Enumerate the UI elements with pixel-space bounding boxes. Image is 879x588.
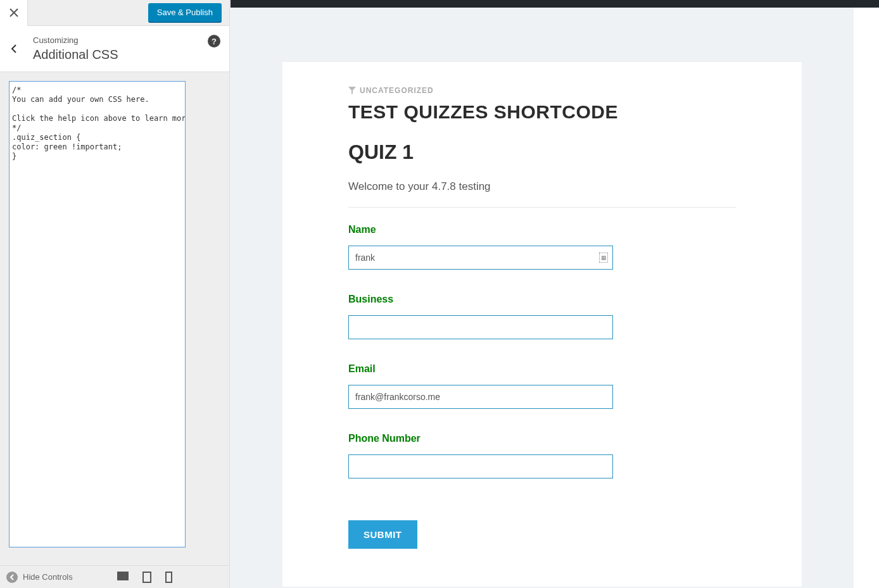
close-icon: [9, 8, 18, 17]
tablet-preview-icon[interactable]: [142, 572, 151, 583]
admin-bar: [231, 0, 879, 8]
sidebar-topbar: Save & Publish: [0, 0, 229, 26]
desktop-preview-icon[interactable]: [117, 572, 129, 580]
phone-input[interactable]: [348, 454, 613, 479]
submit-button[interactable]: SUBMIT: [348, 520, 417, 549]
device-preview-icons: [117, 572, 172, 583]
code-editor-wrapper: [9, 81, 220, 556]
email-label: Email: [348, 363, 736, 375]
close-customizer-button[interactable]: [0, 0, 28, 26]
post-title: TEST QUIZZES SHORTCODE: [348, 101, 736, 123]
customizer-sidebar: Save & Publish Customizing Additional CS…: [0, 0, 230, 588]
category-label: UNCATEGORIZED: [348, 86, 736, 95]
customizing-label: Customizing: [33, 35, 218, 45]
quiz-title: QUIZ 1: [348, 141, 736, 164]
field-business: Business: [348, 294, 736, 339]
hide-controls-button[interactable]: Hide Controls: [6, 572, 73, 583]
field-email: Email: [348, 363, 736, 409]
email-input[interactable]: [348, 385, 613, 409]
mobile-preview-icon[interactable]: [165, 572, 172, 583]
section-title: Additional CSS: [33, 47, 218, 62]
name-label: Name: [348, 224, 736, 235]
post-card: UNCATEGORIZED TEST QUIZZES SHORTCODE QUI…: [282, 62, 802, 587]
phone-label: Phone Number: [348, 433, 736, 444]
collapse-icon: [6, 572, 18, 583]
chevron-left-icon: [9, 44, 18, 53]
back-button[interactable]: [0, 35, 28, 63]
site-preview: UNCATEGORIZED TEST QUIZZES SHORTCODE QUI…: [231, 8, 879, 588]
business-label: Business: [348, 294, 736, 305]
breadcrumb-text: Customizing Additional CSS: [33, 35, 218, 62]
autofill-icon[interactable]: ▦: [599, 253, 608, 263]
help-icon[interactable]: ?: [208, 35, 220, 47]
welcome-text: Welcome to your 4.7.8 testing: [348, 180, 736, 193]
hide-controls-label: Hide Controls: [23, 572, 73, 582]
divider: [348, 207, 736, 208]
funnel-icon: [348, 87, 356, 94]
css-code-editor[interactable]: [9, 81, 186, 547]
sidebar-footer: Hide Controls: [0, 565, 229, 588]
save-publish-button[interactable]: Save & Publish: [148, 3, 222, 23]
customizer-breadcrumb: Customizing Additional CSS ?: [0, 26, 229, 72]
field-phone: Phone Number: [348, 433, 736, 479]
field-name: Name ▦: [348, 224, 736, 270]
category-text: UNCATEGORIZED: [360, 86, 434, 95]
name-input[interactable]: [348, 246, 613, 270]
business-input[interactable]: [348, 315, 613, 339]
